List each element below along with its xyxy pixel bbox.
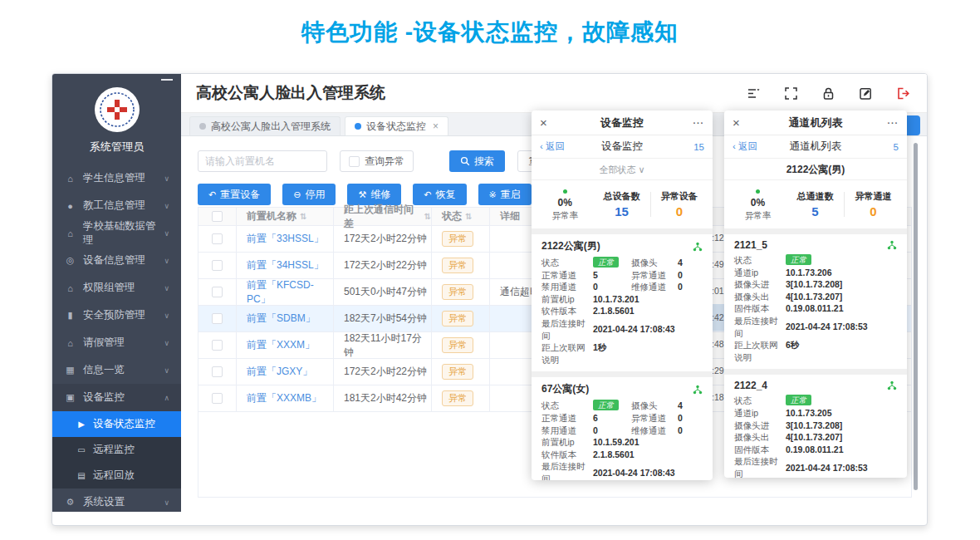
device-link[interactable]: 前置「SDBM」 [247,312,316,326]
leave-icon: ⌂ [64,338,76,348]
device-link[interactable]: 前置「XXXM」 [247,338,315,352]
logout-icon[interactable] [896,86,910,101]
device-link[interactable]: 前置「JGXY」 [247,365,312,379]
row-checkbox[interactable] [212,393,223,404]
sidebar-item-security[interactable]: ▮ 安全预防管理 ∨ [52,302,181,329]
row-checkbox[interactable] [212,366,223,377]
query-abnormal-checkbox-group[interactable]: 查询异常 [340,150,414,172]
undo-icon: ↶ [208,190,216,199]
edit-icon[interactable] [859,86,873,101]
chevron-down-icon: ∨ [164,202,169,210]
device-link[interactable]: 前置「KFCSD-PC」 [247,278,333,307]
sort-icon[interactable]: ⇅ [300,212,306,221]
device-card[interactable]: 2122公寓(男) 状态正常摄像头4 正常通道5异常通道0 禁用通道0维修通道0… [532,234,713,371]
device-link[interactable]: 前置「33HSSL」 [247,232,324,246]
more-icon[interactable]: ··· [686,118,704,128]
abnormal-rate: 0% [729,197,786,209]
search-icon [460,156,470,166]
channel-card[interactable]: 2122_4 状态正常 通道ip10.1.73.205 摄像头进3[10.1.7… [724,375,907,478]
info-overview-icon: ▦ [64,365,76,376]
hidden-column-fragment: :12 [712,224,724,251]
sort-icon[interactable]: ⇅ [465,212,472,221]
row-checkbox[interactable] [212,233,223,244]
row-checkbox[interactable] [212,340,223,351]
disable-button[interactable]: ⊖ 停用 [282,184,336,205]
tab-close-icon[interactable]: × [433,120,439,132]
status-badge: 正常 [593,257,619,268]
sidebar-item-school-data[interactable]: ⌂ 学校基础数据管理 ∨ [52,219,181,247]
row-checkbox[interactable] [212,260,223,271]
panel-title: 设备监控 [558,115,686,130]
header-icons [747,86,910,101]
search-row: 查询异常 搜索 重置 [198,150,561,172]
sidebar-item-remote-playback[interactable]: ▤ 远程回放 [52,463,181,488]
device-count: 15 [661,142,704,152]
network-tree-icon[interactable] [693,385,703,395]
sidebar-item-students[interactable]: ⌂ 学生信息管理 ∨ [52,164,181,192]
back-button[interactable]: ‹ 返回 [540,140,583,153]
restore-button[interactable]: ↶ 恢复 [413,184,466,205]
device-card[interactable]: 67公寓(女) 状态正常摄像头4 正常通道6异常通道0 禁用通道0维修通道0 前… [532,377,713,480]
device-link[interactable]: 前置「34HSSL」 [247,258,324,272]
row-checkbox[interactable] [212,313,223,324]
panel-title: 通道机列表 [751,115,880,130]
row-checkbox[interactable] [212,287,223,297]
chevron-down-icon: ∨ [164,339,169,347]
device-link[interactable]: 前置「XXXMB」 [247,391,321,405]
sidebar-item-permissions[interactable]: ⌂ 权限组管理 ∨ [52,274,181,302]
group-name: 2122公寓(男) [724,159,907,180]
network-tree-icon[interactable] [887,240,897,250]
status-badge: 异常 [442,337,473,353]
chevron-down-icon: ∨ [164,174,169,183]
sidebar-collapse-icon[interactable] [161,79,173,81]
collapse-menu-icon[interactable] [747,86,761,101]
sidebar: 系统管理员 ⌂ 学生信息管理 ∨ ● 教工信息管理 ∨ ⌂ 学校基础数据管理 ∨… [52,74,181,512]
sidebar-item-info-overview[interactable]: ▦ 信息一览 ∨ [52,356,181,384]
security-icon: ▮ [64,310,76,321]
sidebar-item-leave[interactable]: ⌂ 请假管理 ∨ [52,329,181,356]
sidebar-item-settings[interactable]: ⚙ 系统设置 ∨ [52,488,181,516]
status-monitor-icon: ▶ [76,420,87,429]
sidebar-item-device-info[interactable]: ◎ 设备信息管理 ∨ [52,247,181,274]
vertical-scrollbar[interactable] [914,143,918,490]
device-monitor-submenu: ▶ 设备状态监控 ▭ 远程监控 ▤ 远程回放 [52,411,181,488]
tab-device-status-monitor[interactable]: 设备状态监控 × [345,116,448,135]
back-button[interactable]: ‹ 返回 [733,140,776,153]
hidden-column-fragment: :49 [712,251,724,277]
sort-icon[interactable]: ⇅ [424,212,431,221]
school-emblem-icon [95,87,140,132]
device-name: 67公寓(女) [541,382,693,396]
system-title: 高校公寓人脸出入管理系统 [196,82,747,104]
page-title: 特色功能 -设备状态监控，故障感知 [0,17,980,48]
close-icon[interactable]: × [540,115,558,130]
checkbox-icon[interactable] [349,156,360,167]
more-icon[interactable]: ··· [880,118,899,128]
network-tree-icon[interactable] [887,380,897,390]
select-all-checkbox[interactable] [212,211,223,222]
status-badge: 异常 [442,311,473,326]
disable-icon: ⊖ [293,190,301,199]
frontend-name-input[interactable] [198,150,327,172]
channel-card[interactable]: 2121_5 状态正常 通道ip10.1.73.206 摄像头进3[10.1.7… [724,234,907,369]
panel-subtitle: 设备监控 [583,140,661,154]
close-icon[interactable]: × [733,115,751,130]
device-name: 2122公寓(男) [541,239,693,253]
tab-home[interactable]: 高校公寓人脸出入管理系统 [189,116,341,135]
status-filter-dropdown[interactable]: 全部状态 ∨ [532,159,713,180]
status-badge: 异常 [442,390,473,406]
lock-icon[interactable] [821,86,835,101]
sidebar-item-device-status-monitor[interactable]: ▶ 设备状态监控 [52,411,181,437]
sidebar-item-remote-monitor[interactable]: ▭ 远程监控 [52,437,181,463]
reboot-button[interactable]: ※ 重启 [478,184,532,205]
remote-monitor-icon: ▭ [76,445,87,454]
status-badge: 正常 [786,395,811,405]
school-data-icon: ⌂ [64,228,76,238]
fullscreen-icon[interactable] [784,86,798,101]
hidden-column-fragment: :42 [712,304,724,331]
reset-device-button[interactable]: ↶ 重置设备 [198,184,271,205]
sidebar-item-device-monitor[interactable]: ▣ 设备监控 ∧ [52,384,181,411]
status-badge: 异常 [442,364,473,380]
network-tree-icon[interactable] [693,242,703,252]
sidebar-item-staff[interactable]: ● 教工信息管理 ∨ [52,192,181,219]
search-button[interactable]: 搜索 [449,150,505,172]
